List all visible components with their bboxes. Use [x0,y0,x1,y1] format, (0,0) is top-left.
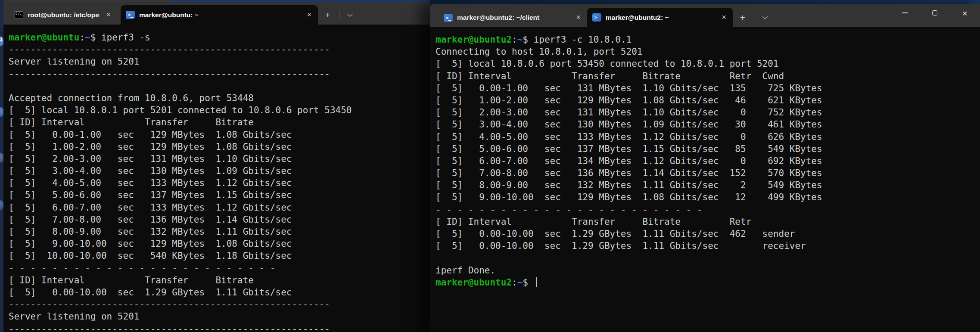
terminal-text: [ 5] 9.00-10.00 sec 129 MBytes 1.08 Gbit… [436,192,822,202]
close-tab-icon[interactable]: × [103,10,114,20]
tab-title: marker@ubuntu2: ~ [606,14,715,22]
chevron-down-icon [762,14,768,19]
tab-dropdown-button[interactable] [342,7,357,23]
tab-title: marker@ubuntu: ~ [139,11,300,19]
terminal-text: [ ID] Interval Transfer Bitrate [9,275,254,285]
terminal-line: [ 5] 9.00-10.00 sec 129 MBytes 1.08 Gbit… [9,238,430,250]
terminal-text: [ 5] 10.00-10.00 sec 540 KBytes 1.18 Gbi… [9,251,292,261]
terminal-line: [ 5] 7.00-8.00 sec 136 MBytes 1.14 Gbits… [436,167,980,179]
terminal-window-client: >_ marker@ubuntu2: ~/client × >_ marker@… [430,4,980,332]
terminal-line: [ ID] Interval Transfer Bitrate Retr Cwn… [436,70,980,82]
new-tab-button[interactable]: + [320,7,336,23]
powershell-icon: >_ [444,14,453,22]
terminal-text: [ 5] 8.00-9.00 sec 132 MBytes 1.11 Gbits… [436,180,822,190]
terminal-text: ~ [85,32,90,43]
maximize-icon [932,10,937,16]
terminal-line: [ 5] 10.00-10.00 sec 540 KBytes 1.18 Gbi… [9,250,430,262]
terminal-text: [ 5] 5.00-6.00 sec 137 MBytes 1.15 Gbits… [9,190,292,200]
terminal-text: [ 5] 6.00-7.00 sec 134 MBytes 1.12 Gbits… [436,156,822,166]
terminal-line: [ 5] 3.00-4.00 sec 130 MBytes 1.09 Gbits… [436,118,980,130]
terminal-line: [ 5] 7.00-8.00 sec 136 MBytes 1.14 Gbits… [9,214,430,226]
terminal-text: ----------------------------------------… [9,69,330,79]
tab-bar: C:\_ root@ubuntu: /etc/openvpn × >_ mark… [3,2,430,25]
terminal-line: ----------------------------------------… [9,68,430,80]
terminal-line: [ 5] 0.00-1.00 sec 129 MBytes 1.08 Gbits… [9,129,430,141]
terminal-text: [ ID] Interval Transfer Bitrate [9,117,254,127]
cmd-terminal-icon: C:\_ [15,11,23,19]
terminal-text: ----------------------------------------… [9,324,330,332]
terminal-line: marker@ubuntu2:~$ iperf3 -c 10.8.0.1 [436,34,980,46]
close-tab-icon[interactable]: × [573,13,584,22]
terminal-text: - - - - - - - - - - - - - - - - - - - - … [436,205,703,215]
terminal-text: [ ID] Interval Transfer Bitrate Retr [436,217,751,227]
tab-marker-ubuntu2[interactable]: >_ marker@ubuntu2: ~ × [587,8,733,27]
separator [339,10,339,20]
terminal-line: - - - - - - - - - - - - - - - - - - - - … [9,262,430,274]
terminal-line: [ 5] 9.00-10.00 sec 129 MBytes 1.08 Gbit… [436,191,980,203]
text-cursor [536,277,537,287]
new-tab-button[interactable]: + [734,9,751,26]
separator [754,12,754,23]
terminal-line: [ 5] 1.00-2.00 sec 129 MBytes 1.08 Gbits… [436,94,980,106]
terminal-line: marker@ubuntu:~$ iperf3 -s [9,31,430,43]
close-tab-icon[interactable]: × [719,13,729,22]
maximize-button[interactable] [920,4,950,22]
terminal-text: [ 5] 2.00-3.00 sec 131 MBytes 1.10 Gbits… [436,107,822,118]
terminal-line: Connecting to host 10.8.0.1, port 5201 [436,46,980,58]
terminal-line: [ 5] local 10.8.0.1 port 5201 connected … [9,104,430,116]
tab-root-ubuntu-openvpn[interactable]: C:\_ root@ubuntu: /etc/openvpn × [9,6,117,25]
close-window-button[interactable]: × [950,4,980,22]
terminal-line: [ 5] 8.00-9.00 sec 132 MBytes 1.11 Gbits… [9,226,430,238]
terminal-line: [ 5] local 10.8.0.6 port 53450 connected… [436,58,980,70]
terminal-line: - - - - - - - - - - - - - - - - - - - - … [436,204,980,216]
terminal-text: [ 5] 8.00-9.00 sec 132 MBytes 1.11 Gbits… [9,227,292,237]
terminal-line: [ 5] 0.00-1.00 sec 131 MBytes 1.10 Gbits… [436,82,980,94]
terminal-text: $ [523,277,533,288]
terminal-content-server[interactable]: marker@ubuntu:~$ iperf3 -s--------------… [3,25,430,332]
close-tab-icon[interactable]: × [304,10,314,20]
tab-title: root@ubuntu: /etc/openvpn [28,11,100,19]
terminal-line: [ 5] 8.00-9.00 sec 132 MBytes 1.11 Gbits… [436,179,980,191]
terminal-text: [ ID] Interval Transfer Bitrate Retr Cwn… [436,71,784,81]
terminal-line: [ 5] 0.00-10.00 sec 1.29 GBytes 1.11 Gbi… [9,286,430,298]
terminal-line: marker@ubuntu2:~$ [436,276,980,289]
terminal-text: [ 5] 1.00-2.00 sec 129 MBytes 1.08 Gbits… [436,95,822,105]
terminal-text: [ 5] 5.00-6.00 sec 137 MBytes 1.15 Gbits… [436,144,822,154]
terminal-text: : [512,34,517,45]
terminal-text: - - - - - - - - - - - - - - - - - - - - … [9,263,276,273]
desktop: 1 C:\_ root@ubuntu: /etc/openvpn × >_ ma… [0,0,980,332]
tab-marker-ubuntu[interactable]: >_ marker@ubuntu: ~ × [121,5,318,25]
terminal-text: [ 5] 0.00-1.00 sec 131 MBytes 1.10 Gbits… [436,83,822,93]
terminal-line: ----------------------------------------… [9,323,430,332]
terminal-line: [ 5] 1.00-2.00 sec 129 MBytes 1.08 Gbits… [9,141,430,153]
tab-actions: + [320,6,357,25]
tab-dropdown-button[interactable] [757,9,772,26]
terminal-line: [ 5] 5.00-6.00 sec 137 MBytes 1.15 Gbits… [436,143,980,155]
terminal-line: Server listening on 5201 [9,310,430,323]
terminal-line: ----------------------------------------… [9,298,430,310]
terminal-text: ----------------------------------------… [9,44,330,55]
terminal-line: [ 5] 6.00-7.00 sec 133 MBytes 1.12 Gbits… [9,202,430,214]
terminal-line [436,252,980,264]
terminal-line: [ 5] 3.00-4.00 sec 130 MBytes 1.09 Gbits… [9,165,430,177]
tab-title: marker@ubuntu2: ~/client [457,14,569,22]
tab-bar: >_ marker@ubuntu2: ~/client × >_ marker@… [430,4,980,27]
terminal-text: : [79,32,85,43]
chevron-down-icon [347,11,353,17]
terminal-text: [ 5] 7.00-8.00 sec 136 MBytes 1.14 Gbits… [9,214,292,225]
terminal-text: [ 5] 7.00-8.00 sec 136 MBytes 1.14 Gbits… [436,168,822,178]
tab-marker-ubuntu2-client[interactable]: >_ marker@ubuntu2: ~/client × [439,8,587,27]
terminal-line: ----------------------------------------… [9,43,430,56]
terminal-text: [ 5] 0.00-1.00 sec 129 MBytes 1.08 Gbits… [9,130,292,140]
terminal-line: [ 5] 2.00-3.00 sec 131 MBytes 1.10 Gbits… [436,106,980,118]
terminal-text: ~ [517,277,523,288]
terminal-line: [ 5] 4.00-5.00 sec 133 MBytes 1.12 Gbits… [436,131,980,143]
terminal-window-server: C:\_ root@ubuntu: /etc/openvpn × >_ mark… [3,2,430,332]
terminal-text: [ 5] 9.00-10.00 sec 129 MBytes 1.08 Gbit… [9,239,292,249]
terminal-line [9,80,430,92]
minimize-button[interactable] [890,4,920,22]
terminal-text: marker@ubuntu2 [436,277,512,288]
terminal-text: Server listening on 5201 [9,311,139,322]
terminal-text: [ 5] 2.00-3.00 sec 131 MBytes 1.10 Gbits… [9,154,292,164]
terminal-content-client[interactable]: marker@ubuntu2:~$ iperf3 -c 10.8.0.1Conn… [430,27,980,289]
